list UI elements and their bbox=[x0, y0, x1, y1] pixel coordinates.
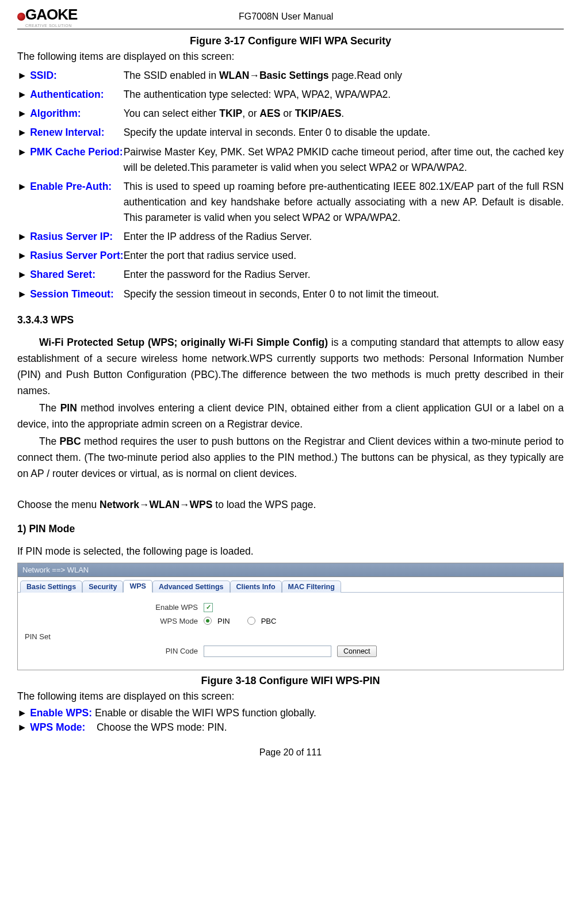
pin-mode-heading: 1) PIN Mode bbox=[17, 523, 564, 535]
choose-menu-line: Choose the menu Network→WLAN→WPS to load… bbox=[17, 497, 564, 513]
def-desc: Specify the session timeout in seconds, … bbox=[124, 285, 564, 304]
tab-wps[interactable]: WPS bbox=[123, 580, 152, 593]
wps-mode-pin-text: PIN bbox=[217, 617, 230, 625]
connect-button[interactable]: Connect bbox=[337, 646, 377, 657]
pin-mode-intro: If PIN mode is selected, the following p… bbox=[17, 543, 564, 559]
def-desc: The SSID enabled in WLAN→Basic Settings … bbox=[124, 66, 564, 85]
pin-code-label: PIN Code bbox=[22, 647, 204, 655]
figure-17-caption: Figure 3-17 Configure WIFI WPA Security bbox=[17, 35, 564, 47]
tab-security[interactable]: Security bbox=[82, 581, 123, 593]
def-label-auth: Authentication: bbox=[30, 89, 104, 100]
wps-para-1: Wi-Fi Protected Setup (WPS; originally W… bbox=[17, 334, 564, 399]
figure-18-caption: Figure 3-18 Configure WIFI WPS-PIN bbox=[17, 675, 564, 687]
intro-18: The following items are displayed on thi… bbox=[17, 690, 564, 702]
tab-basic-settings[interactable]: Basic Settings bbox=[20, 581, 82, 593]
wps-mode-pbc-radio[interactable] bbox=[247, 617, 255, 625]
def-desc: Enter the port that radius service used. bbox=[124, 246, 564, 265]
def-desc: Specify the update interval in seconds. … bbox=[124, 123, 564, 142]
tab-clients-info[interactable]: Clients Info bbox=[230, 581, 282, 593]
wps-mode-pin-radio[interactable] bbox=[204, 617, 212, 625]
logo-text: GAOKE bbox=[25, 6, 77, 24]
page-footer: Page 20 of 111 bbox=[17, 747, 564, 758]
panel-body: Enable WPS ✓ WPS Mode PIN PBC PIN Set PI… bbox=[18, 593, 563, 670]
wps-para-2: The PIN method involves entering a clien… bbox=[17, 400, 564, 432]
def-desc: Pairwise Master Key, PMK. Set WPA2 PMKID… bbox=[124, 143, 564, 177]
wps-mode-pbc-text: PBC bbox=[261, 617, 277, 625]
doc-title: FG7008N User Manual bbox=[77, 12, 495, 22]
def-desc: Enable or disable the WIFI WPS function … bbox=[95, 707, 316, 719]
def-desc: The authentication type selected: WPA, W… bbox=[124, 85, 564, 104]
wps-mode-label: WPS Mode bbox=[22, 617, 204, 625]
page-header: GAOKE CREATIVE SOLUTION FG7008N User Man… bbox=[17, 6, 564, 28]
header-divider bbox=[17, 29, 564, 29]
logo: GAOKE CREATIVE SOLUTION bbox=[17, 6, 77, 28]
def-label-secret: Shared Seret: bbox=[30, 269, 95, 280]
tab-bar: Basic Settings Security WPS Advanced Set… bbox=[18, 577, 563, 593]
pin-code-input[interactable] bbox=[204, 646, 331, 657]
def-row: ► SSID: bbox=[17, 66, 124, 85]
logo-subtext: CREATIVE SOLUTION bbox=[25, 24, 77, 28]
wps-para-3: The PBC method requires the user to push… bbox=[17, 433, 564, 482]
window-titlebar: Network ==> WLAN bbox=[18, 563, 563, 577]
tab-mac-filtering[interactable]: MAC Filtering bbox=[282, 581, 341, 593]
def-desc: Enter the IP address of the Radius Serve… bbox=[124, 227, 564, 246]
intro-17: The following items are displayed on thi… bbox=[17, 51, 564, 63]
pin-set-section-label: PIN Set bbox=[22, 630, 559, 641]
def-desc: You can select either TKIP, or AES or TK… bbox=[124, 104, 564, 123]
wps-config-screenshot: Network ==> WLAN Basic Settings Security… bbox=[17, 563, 564, 670]
def-desc: This is used to speed up roaming before … bbox=[124, 177, 564, 227]
def-label-wps-mode: WPS Mode: bbox=[30, 721, 85, 733]
def-label-radius-ip: Rasius Server IP: bbox=[30, 231, 113, 242]
enable-wps-checkbox[interactable]: ✓ bbox=[204, 603, 213, 612]
definitions-17: ► SSID: The SSID enabled in WLAN→Basic S… bbox=[17, 66, 564, 304]
def-label-algo: Algorithm: bbox=[30, 108, 81, 119]
def-label-pmk: PMK Cache Period: bbox=[30, 146, 123, 158]
def-desc: Choose the WPS mode: PIN. bbox=[97, 721, 227, 733]
enable-wps-label: Enable WPS bbox=[22, 603, 204, 612]
def-label-preauth: Enable Pre-Auth: bbox=[30, 181, 112, 192]
def-label-timeout: Session Timeout: bbox=[30, 288, 114, 300]
def-label-radius-port: Rasius Server Port: bbox=[30, 250, 123, 261]
def-label-renew: Renew Interval: bbox=[30, 127, 104, 138]
def-label-ssid: SSID: bbox=[30, 70, 57, 81]
def-label-enable-wps: Enable WPS: bbox=[30, 707, 92, 719]
def-desc: Enter the password for the Radius Server… bbox=[124, 265, 564, 284]
definitions-18: ► Enable WPS: Enable or disable the WIFI… bbox=[17, 706, 564, 735]
section-3343-heading: 3.3.4.3 WPS bbox=[17, 314, 564, 326]
tab-advanced-settings[interactable]: Advanced Settings bbox=[152, 581, 230, 593]
logo-icon bbox=[17, 13, 25, 21]
